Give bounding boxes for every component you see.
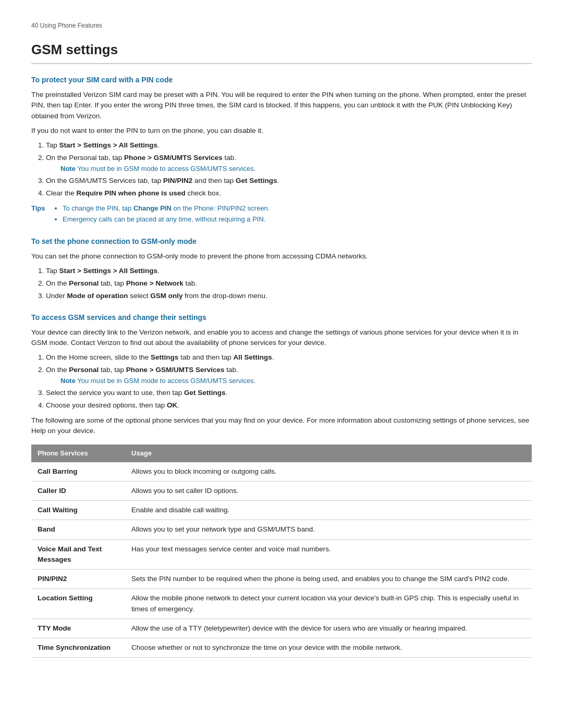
step-item: On the Personal tab, tap Phone > GSM/UMT…	[46, 365, 532, 386]
table-cell-service: Time Synchronization	[31, 638, 125, 658]
table-cell-usage: Allows you to set caller ID options.	[125, 481, 532, 500]
table-cell-usage: Has your text messages service center an…	[125, 539, 532, 570]
steps-gsm-only: Tap Start > Settings > All Settings. On …	[46, 266, 532, 302]
table-row: TTY ModeAllow the use of a TTY (teletype…	[31, 619, 532, 638]
tips-content: To change the PIN, tap Change PIN on the…	[54, 203, 270, 226]
table-col-usage: Usage	[125, 445, 532, 462]
table-row: Call WaitingEnable and disable call wait…	[31, 501, 532, 520]
table-cell-usage: Allow the mobile phone network to detect…	[125, 589, 532, 619]
note-block-gsm-access: Note You must be in GSM mode to access G…	[60, 376, 532, 386]
phone-services-table: Phone Services Usage Call BarringAllows …	[31, 445, 532, 658]
table-cell-service: Call Barring	[31, 462, 125, 482]
step-item: Clear the Require PIN when phone is used…	[46, 188, 532, 199]
steps-gsm-access: On the Home screen, slide to the Setting…	[46, 352, 532, 411]
table-row: Call BarringAllows you to block incoming…	[31, 462, 532, 482]
note-block: Note You must be in GSM mode to access G…	[60, 164, 532, 174]
table-cell-service: PIN/PIN2	[31, 570, 125, 589]
section-intro-gsm-only: You can set the phone connection to GSM-…	[31, 251, 532, 262]
page-title: GSM settings	[31, 40, 532, 64]
table-row: BandAllows you to set your network type …	[31, 520, 532, 539]
step-item: Tap Start > Settings > All Settings.	[46, 266, 532, 276]
table-row: Location SettingAllow the mobile phone n…	[31, 589, 532, 619]
table-cell-service: Caller ID	[31, 481, 125, 500]
table-row: PIN/PIN2Sets the PIN number to be requir…	[31, 570, 532, 589]
section-title-gsm-only: To set the phone connection to GSM-only …	[31, 236, 532, 247]
tip-item: Emergency calls can be placed at any tim…	[63, 214, 270, 225]
steps-sim-pin: Tap Start > Settings > All Settings. On …	[46, 140, 532, 199]
table-cell-service: Location Setting	[31, 589, 125, 619]
section-intro-gsm-access: Your device can directly link to the Ver…	[31, 327, 532, 349]
step-item: On the GSM/UMTS Services tab, tap PIN/PI…	[46, 176, 532, 186]
step-item: Select the service you want to use, then…	[46, 388, 532, 398]
table-cell-service: TTY Mode	[31, 619, 125, 638]
gsm-access-footer: The following are some of the optional p…	[31, 415, 532, 437]
table-row: Time SynchronizationChoose whether or no…	[31, 638, 532, 658]
table-cell-service: Call Waiting	[31, 501, 125, 520]
step-item: Under Mode of operation select GSM only …	[46, 291, 532, 301]
table-header-row: Phone Services Usage	[31, 445, 532, 462]
table-col-service: Phone Services	[31, 445, 125, 462]
table-cell-usage: Allow the use of a TTY (teletypewriter) …	[125, 619, 532, 638]
table-cell-usage: Allows you to block incoming or outgoing…	[125, 462, 532, 482]
step-item: On the Home screen, slide to the Setting…	[46, 352, 532, 363]
table-cell-service: Band	[31, 520, 125, 539]
section-sub-intro-sim-pin: If you do not want to enter the PIN to t…	[31, 126, 532, 136]
page-header: 40 Using Phone Features	[31, 21, 532, 30]
table-cell-usage: Allows you to set your network type and …	[125, 520, 532, 539]
section-title-sim-pin: To protect your SIM card with a PIN code	[31, 75, 532, 85]
table-row: Voice Mail and Text MessagesHas your tex…	[31, 539, 532, 570]
table-cell-service: Voice Mail and Text Messages	[31, 539, 125, 570]
section-intro-sim-pin: The preinstalled Verizon SIM card may be…	[31, 90, 532, 121]
step-item: On the Personal tab, tap Phone > Network…	[46, 278, 532, 289]
step-item: Tap Start > Settings > All Settings.	[46, 140, 532, 151]
table-cell-usage: Sets the PIN number to be required when …	[125, 570, 532, 589]
table-cell-usage: Enable and disable call waiting.	[125, 501, 532, 520]
step-item: On the Personal tab, tap Phone > GSM/UMT…	[46, 153, 532, 174]
table-row: Caller IDAllows you to set caller ID opt…	[31, 481, 532, 500]
section-title-gsm-access: To access GSM services and change their …	[31, 312, 532, 323]
tip-item: To change the PIN, tap Change PIN on the…	[63, 203, 270, 214]
step-item: Choose your desired options, then tap OK…	[46, 400, 532, 411]
tips-label: Tips	[31, 203, 51, 226]
table-cell-usage: Choose whether or not to synchronize the…	[125, 638, 532, 658]
tips-block: Tips To change the PIN, tap Change PIN o…	[31, 203, 532, 226]
